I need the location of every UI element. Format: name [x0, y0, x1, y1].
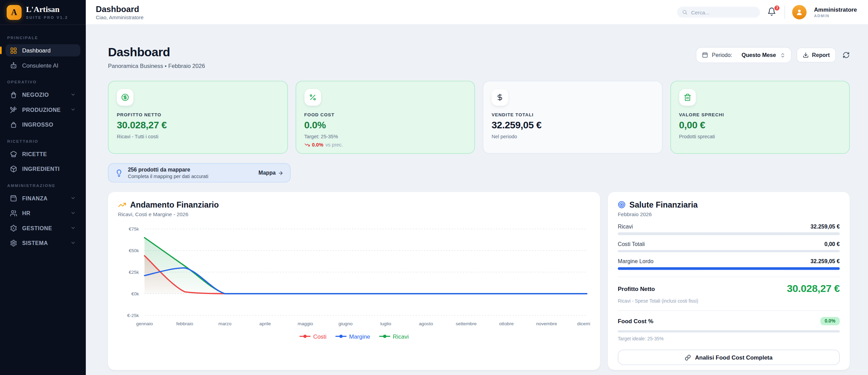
trending-down-icon	[304, 142, 310, 148]
svg-text:€75k: €75k	[129, 226, 139, 232]
sidebar-item-ingredienti[interactable]: INGREDIENTI	[5, 163, 80, 175]
chevron-down-icon	[70, 225, 76, 231]
sidebar-item-hr[interactable]: HR	[5, 207, 80, 219]
page-content: Dashboard Panoramica Business • Febbraio…	[86, 25, 868, 375]
period-select[interactable]: Periodo: Questo Mese	[696, 47, 792, 63]
sidebar-item-sistema[interactable]: SISTEMA	[5, 237, 80, 249]
svg-text:novembre: novembre	[536, 321, 557, 326]
svg-text:dicembre: dicembre	[577, 321, 590, 326]
kpi-trend: 0.0%vs prec.	[304, 142, 466, 148]
page-title: Dashboard	[108, 45, 205, 60]
nav-section-principale: PRINCIPALE	[7, 35, 79, 40]
logo-icon: A	[7, 5, 22, 20]
divider	[618, 310, 840, 311]
health-row-ricavi: Ricavi32.259,05 €	[618, 223, 840, 235]
food-cost-badge: 0.0%	[820, 317, 840, 325]
health-title: Salute Finanziaria	[629, 200, 698, 209]
bullseye-icon	[618, 201, 626, 209]
legend-item-ricavi[interactable]: Ricavi	[379, 333, 409, 340]
search-box[interactable]	[677, 7, 760, 17]
mapping-banner: 256 prodotti da mappare Completa il mapp…	[108, 163, 290, 183]
svg-text:febbraio: febbraio	[176, 321, 193, 326]
progress-bar	[618, 250, 840, 252]
user-menu[interactable]: Amministratore ADMIN	[814, 7, 857, 18]
page-subtitle: Panoramica Business • Febbraio 2026	[108, 63, 205, 69]
legend-marker-icon	[379, 333, 390, 339]
svg-text:€0k: €0k	[132, 291, 139, 296]
gear-play-icon	[10, 224, 17, 232]
calendar-icon	[702, 52, 708, 58]
svg-text:settembre: settembre	[456, 321, 477, 326]
chart-subtitle: Ricavi, Costi e Margine - 2026	[118, 211, 590, 218]
shopping-bag-icon	[10, 91, 17, 98]
health-row-margine-lordo: Margine Lordo32.259,05 €	[618, 258, 840, 270]
notifications-button[interactable]: 7	[767, 7, 777, 17]
avatar[interactable]	[792, 5, 807, 20]
svg-text:agosto: agosto	[419, 321, 433, 326]
svg-text:aprile: aprile	[259, 321, 271, 326]
sidebar-item-consulente-ai[interactable]: Consulente AI	[5, 59, 80, 71]
legend-item-costi[interactable]: Costi	[299, 333, 327, 340]
banner-map-button[interactable]: Mappa	[259, 170, 284, 176]
gear-icon	[10, 239, 17, 246]
health-row-costi-totali: Costi Totali0,00 €	[618, 241, 840, 252]
financial-trend-card: Andamento Finanziario Ricavi, Costi e Ma…	[108, 192, 600, 370]
kpi-value: 30.028,27 €	[117, 119, 279, 131]
calendar-icon	[702, 52, 708, 58]
top-header: Dashboard Ciao, Amministratore 7 Amminis…	[86, 0, 868, 25]
svg-text:maggio: maggio	[298, 321, 313, 326]
svg-text:marzo: marzo	[218, 321, 231, 326]
kpi-value: 0.0%	[304, 119, 466, 131]
main-area: Dashboard Ciao, Amministratore 7 Amminis…	[86, 0, 868, 375]
active-indicator	[0, 46, 2, 54]
app-name: L'Artisan	[26, 6, 68, 14]
robot-icon	[10, 62, 17, 69]
period-value: Questo Mese	[742, 52, 776, 58]
legend-marker-icon	[335, 333, 346, 339]
app-window: A L'Artisan SUITE PRO V1.2 PRINCIPALEDas…	[0, 0, 868, 375]
sidebar-item-produzione[interactable]: PRODUZIONE	[5, 103, 80, 115]
sidebar: A L'Artisan SUITE PRO V1.2 PRINCIPALEDas…	[0, 0, 86, 375]
legend-item-margine[interactable]: Margine	[335, 333, 370, 340]
search-input[interactable]	[691, 9, 752, 15]
legend-marker-icon	[299, 333, 310, 339]
net-profit-caption: Ricavi - Spese Totali (inclusi costi fis…	[618, 298, 840, 303]
food-cost-label: Food Cost %	[618, 317, 653, 324]
kpi-label: VENDITE TOTALI	[492, 112, 654, 117]
dollar-icon	[496, 93, 504, 101]
report-button[interactable]: Report	[797, 48, 836, 63]
users-icon	[10, 209, 17, 216]
chevrons-up-down-icon	[780, 52, 785, 58]
kpi-label: VALORE SPRECHI	[679, 112, 841, 117]
nav-section-ricettario: RICETTARIO	[7, 139, 79, 144]
sidebar-item-finanza[interactable]: FINANZA	[5, 192, 80, 204]
kpi-card-valore-sprechi: VALORE SPRECHI0,00 €Prodotti sprecati	[670, 81, 850, 154]
refresh-button[interactable]	[843, 51, 850, 59]
progress-bar	[618, 232, 840, 235]
kpi-value: 0,00 €	[679, 119, 841, 131]
download-icon	[802, 52, 809, 58]
header-divider	[785, 5, 785, 19]
svg-text:€25k: €25k	[129, 270, 139, 275]
user-name: Amministratore	[814, 7, 857, 13]
trending-up-icon	[118, 200, 126, 209]
nav-section-operativo: OPERATIVO	[7, 80, 79, 85]
kpi-value: 32.259,05 €	[492, 119, 654, 131]
sidebar-item-negozio[interactable]: NEGOZIO	[5, 89, 80, 101]
food-cost-target: Target ideale: 25-35%	[618, 336, 840, 341]
kpi-label: PROFITTO NETTO	[117, 112, 279, 117]
sidebar-item-ingrosso[interactable]: INGROSSO	[5, 118, 80, 130]
health-subtitle: Febbraio 2026	[618, 211, 840, 218]
sidebar-nav: PRINCIPALEDashboardConsulente AIOPERATIV…	[0, 25, 86, 254]
header-greeting: Ciao, Amministratore	[96, 15, 144, 20]
banner-subtitle: Completa il mapping per dati accurati	[128, 174, 208, 179]
notification-badge: 7	[774, 5, 780, 11]
food-cost-analysis-button[interactable]: Analisi Food Cost Completa	[618, 350, 840, 365]
sidebar-item-gestione[interactable]: GESTIONE	[5, 222, 80, 234]
chart-title: Andamento Finanziario	[130, 200, 219, 209]
sidebar-item-dashboard[interactable]: Dashboard	[5, 44, 80, 56]
kpi-label: FOOD COST	[304, 112, 466, 117]
sidebar-item-ricette[interactable]: RICETTE	[5, 148, 80, 160]
user-role: ADMIN	[814, 14, 857, 18]
download-icon	[802, 52, 809, 58]
